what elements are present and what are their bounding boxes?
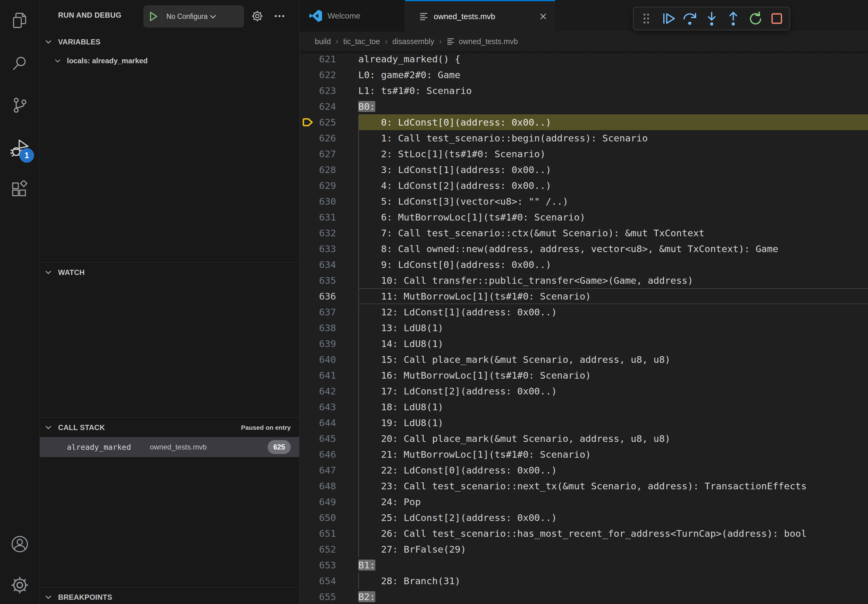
code-line-622[interactable]: 622L0: game#2#0: Game [299,67,868,83]
line-gutter[interactable]: 621 [299,51,358,67]
code-line-652[interactable]: 652 27: BrFalse(29) [299,541,868,557]
line-gutter[interactable]: 644 [299,415,358,431]
code-line-651[interactable]: 651 26: Call test_scenario::has_most_rec… [299,525,868,541]
line-gutter[interactable]: 651 [299,525,358,541]
line-gutter[interactable]: 643 [299,399,358,415]
line-gutter[interactable]: 653 [299,557,358,573]
watch-section-header[interactable]: WATCH [40,264,299,281]
line-gutter[interactable]: 648 [299,478,358,494]
code-line-653[interactable]: 653B1: [299,557,868,573]
breakpoints-section-header[interactable]: BREAKPOINTS [40,589,299,604]
code-line-630[interactable]: 630 5: LdConst[3](vector<u8>: "" /..) [299,194,868,209]
explorer-icon[interactable] [10,11,29,30]
code-line-625[interactable]: 625 0: LdConst[0](address: 0x00..) [299,115,868,130]
start-debugging-icon[interactable] [148,11,159,22]
code-line-632[interactable]: 632 7: Call test_scenario::ctx(&mut Scen… [299,225,868,241]
search-icon[interactable] [10,54,29,73]
code-line-633[interactable]: 633 8: Call owned::new(address, address,… [299,241,868,257]
close-icon[interactable] [538,11,548,22]
continue-button-icon[interactable] [660,11,676,26]
breadcrumb-item-file[interactable]: owned_tests.mvb [459,37,518,46]
line-gutter[interactable]: 639 [299,336,358,352]
breadcrumb-item-tic-tac-toe[interactable]: tic_tac_toe [343,37,380,46]
more-actions-icon[interactable] [273,10,286,23]
code-line-627[interactable]: 627 2: StLoc[1](ts#1#0: Scenario) [299,146,868,162]
code-line-648[interactable]: 648 23: Call test_scenario::next_tx(&mut… [299,478,868,494]
line-gutter[interactable]: 631 [299,209,358,225]
code-line-628[interactable]: 628 3: LdConst[1](address: 0x00..) [299,162,868,178]
code-line-635[interactable]: 635 10: Call transfer::public_transfer<G… [299,273,868,288]
code-line-641[interactable]: 641 16: MutBorrowLoc[1](ts#1#0: Scenario… [299,367,868,383]
code-line-623[interactable]: 623L1: ts#1#0: Scenario [299,83,868,99]
line-gutter[interactable]: 640 [299,352,358,367]
line-gutter[interactable]: 623 [299,83,358,99]
line-gutter[interactable]: 632 [299,225,358,241]
code-line-621[interactable]: 621already_marked() { [299,51,868,67]
line-gutter[interactable]: 636 [299,288,358,304]
code-line-634[interactable]: 634 9: LdConst[0](address: 0x00..) [299,257,868,273]
breadcrumb-item-disassembly[interactable]: disassembly [392,37,434,46]
line-gutter[interactable]: 655 [299,589,358,604]
code-line-646[interactable]: 646 21: MutBorrowLoc[1](ts#1#0: Scenario… [299,446,868,462]
line-gutter[interactable]: 642 [299,383,358,399]
code-line-647[interactable]: 647 22: LdConst[0](address: 0x00..) [299,462,868,478]
step-over-button-icon[interactable] [682,11,698,26]
code-line-654[interactable]: 654 28: Branch(31) [299,573,868,589]
debug-config-label[interactable]: No Configura [166,12,208,21]
step-into-button-icon[interactable] [704,11,719,26]
call-stack-frame[interactable]: already_marked owned_tests.mvb 625 [40,437,299,457]
line-gutter[interactable]: 634 [299,257,358,273]
line-gutter[interactable]: 622 [299,67,358,83]
code-line-626[interactable]: 626 1: Call test_scenario::begin(address… [299,130,868,146]
debug-settings-gear-icon[interactable] [251,10,264,23]
code-line-640[interactable]: 640 15: Call place_mark(&mut Scenario, a… [299,352,868,367]
stop-button-icon[interactable] [769,11,785,26]
code-line-650[interactable]: 650 25: LdConst[2](address: 0x00..) [299,510,868,525]
settings-gear-icon[interactable] [10,576,29,595]
code-line-644[interactable]: 644 19: LdU8(1) [299,415,868,431]
debug-config-dropdown[interactable]: No Configura [144,5,244,27]
line-gutter[interactable]: 652 [299,541,358,557]
code-line-643[interactable]: 643 18: LdU8(1) [299,399,868,415]
line-gutter[interactable]: 650 [299,510,358,525]
code-line-639[interactable]: 639 14: LdU8(1) [299,336,868,352]
line-gutter[interactable]: 630 [299,194,358,209]
code-line-637[interactable]: 637 12: LdConst[1](address: 0x00..) [299,304,868,320]
accounts-icon[interactable] [10,535,29,553]
line-gutter[interactable]: 638 [299,320,358,336]
line-gutter[interactable]: 635 [299,273,358,288]
code-line-624[interactable]: 624B0: [299,99,868,115]
line-gutter[interactable]: 628 [299,162,358,178]
code-line-629[interactable]: 629 4: LdConst[2](address: 0x00..) [299,178,868,194]
variables-scope-locals[interactable]: locals: already_marked [40,53,299,69]
line-gutter[interactable]: 645 [299,431,358,446]
breadcrumb-item-build[interactable]: build [315,37,331,46]
line-gutter[interactable]: 641 [299,367,358,383]
line-gutter[interactable]: 649 [299,494,358,510]
line-gutter[interactable]: 627 [299,146,358,162]
tab-owned-tests[interactable]: owned_tests.mvb [405,0,555,32]
line-gutter[interactable]: 633 [299,241,358,257]
line-gutter[interactable]: 646 [299,446,358,462]
line-gutter[interactable]: 625 [299,115,358,130]
extensions-icon[interactable] [10,180,29,199]
code-line-649[interactable]: 649 24: Pop [299,494,868,510]
step-out-button-icon[interactable] [725,11,741,26]
source-control-icon[interactable] [10,96,29,115]
line-gutter[interactable]: 637 [299,304,358,320]
line-gutter[interactable]: 629 [299,178,358,194]
line-gutter[interactable]: 654 [299,573,358,589]
line-gutter[interactable]: 626 [299,130,358,146]
code-line-655[interactable]: 655B2: [299,589,868,604]
call-stack-section-header[interactable]: CALL STACK Paused on entry [40,419,299,436]
toolbar-drag-handle[interactable] [639,11,654,26]
code-line-638[interactable]: 638 13: LdU8(1) [299,320,868,336]
code-line-631[interactable]: 631 6: MutBorrowLoc[1](ts#1#0: Scenario) [299,209,868,225]
restart-button-icon[interactable] [747,11,763,26]
variables-section-header[interactable]: VARIABLES [40,34,299,51]
code-line-636[interactable]: 636 11: MutBorrowLoc[1](ts#1#0: Scenario… [299,288,868,304]
line-gutter[interactable]: 647 [299,462,358,478]
line-gutter[interactable]: 624 [299,99,358,115]
code-line-645[interactable]: 645 20: Call place_mark(&mut Scenario, a… [299,431,868,446]
tab-welcome[interactable]: Welcome [299,0,405,32]
